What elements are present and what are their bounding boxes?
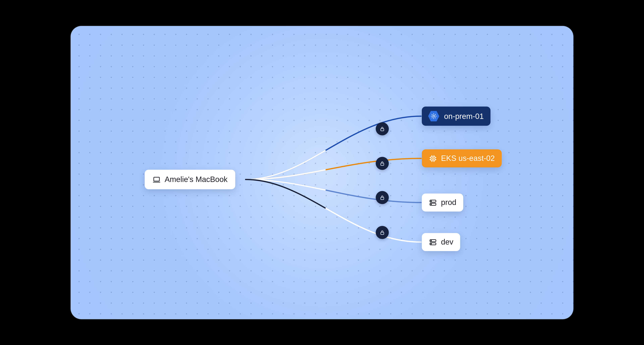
svg-rect-10 [381, 197, 384, 200]
target-node-eks[interactable]: EKS us-east-02 [422, 149, 502, 168]
laptop-icon [152, 175, 161, 184]
target-node-label: prod [441, 198, 456, 207]
lock-icon [379, 126, 386, 132]
target-node-label: dev [441, 238, 453, 246]
topology-canvas: Amelie's MacBook on-prem-01EKS us-east-0… [70, 26, 574, 319]
lock-badge [376, 122, 389, 135]
svg-point-13 [431, 240, 432, 241]
lock-icon [379, 229, 386, 236]
server-icon [429, 238, 437, 246]
lock-icon [379, 160, 386, 166]
target-node-dev[interactable]: dev [422, 233, 460, 251]
target-node-label: on-prem-01 [444, 112, 484, 120]
svg-point-8 [431, 200, 432, 201]
svg-rect-0 [154, 177, 160, 181]
svg-rect-5 [381, 163, 384, 165]
server-icon [429, 198, 437, 207]
source-device-node[interactable]: Amelie's MacBook [145, 170, 235, 189]
lock-badge [376, 226, 389, 239]
svg-rect-3 [431, 156, 435, 160]
lock-icon [379, 194, 386, 200]
svg-point-1 [433, 115, 434, 117]
target-node-onprem[interactable]: on-prem-01 [422, 106, 491, 126]
svg-rect-4 [432, 158, 434, 159]
lock-badge [376, 157, 389, 170]
source-device-label: Amelie's MacBook [165, 175, 228, 184]
target-node-prod[interactable]: prod [422, 194, 463, 212]
lock-badge [376, 191, 389, 204]
svg-point-9 [431, 204, 432, 204]
svg-point-14 [431, 243, 432, 244]
gke-gear-icon [428, 110, 440, 122]
svg-rect-2 [381, 128, 384, 131]
cpu-icon [429, 154, 437, 162]
svg-rect-15 [381, 232, 384, 234]
target-node-label: EKS us-east-02 [441, 154, 495, 163]
